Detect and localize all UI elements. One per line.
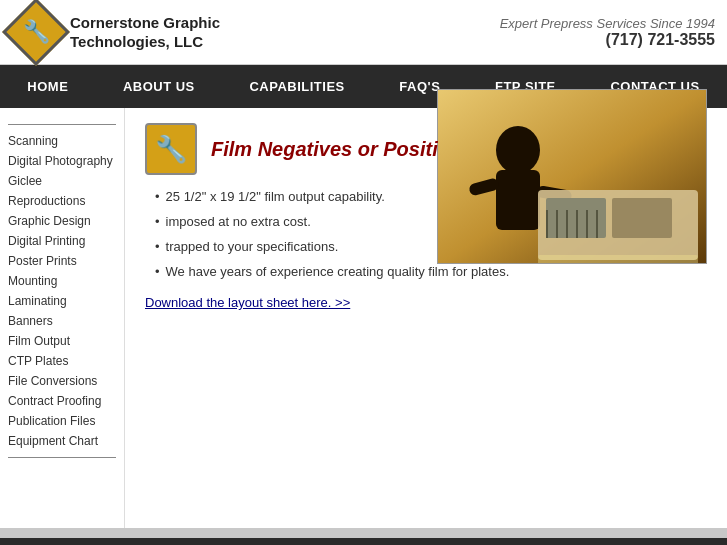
company-name-line2: Technologies, LLC [70, 32, 220, 52]
main-content: Scanning Digital Photography Giclee Repr… [0, 108, 727, 528]
bullet-4: We have years of experience creating qua… [155, 264, 707, 279]
page-footer [0, 538, 727, 545]
sidebar-item-equipment-chart[interactable]: Equipment Chart [8, 431, 116, 451]
sidebar-divider-bottom [8, 457, 116, 458]
svg-rect-11 [576, 210, 578, 238]
nav-about[interactable]: ABOUT US [103, 65, 215, 108]
sidebar-item-graphic-design[interactable]: Graphic Design [8, 211, 116, 231]
sidebar-item-banners[interactable]: Banners [8, 311, 116, 331]
sidebar-item-file-conversions[interactable]: File Conversions [8, 371, 116, 391]
bullet-1-text: 25 1/2" x 19 1/2" film output capability… [166, 189, 385, 204]
bullet-3-text: trapped to your specifications. [166, 239, 339, 254]
sidebar-item-contract-proofing[interactable]: Contract Proofing [8, 391, 116, 411]
svg-rect-10 [566, 210, 568, 238]
sidebar-item-scanning[interactable]: Scanning [8, 131, 116, 151]
tagline-line1: Expert Prepress Services Since 1994 [500, 16, 715, 31]
logo-wrench-icon: 🔧 [23, 19, 50, 45]
nav-capabilities[interactable]: CAPABILITIES [229, 65, 364, 108]
sidebar-item-digital-photography[interactable]: Digital Photography [8, 151, 116, 171]
svg-rect-13 [596, 210, 598, 238]
film-negatives-photo [437, 89, 707, 264]
sidebar-item-digital-printing[interactable]: Digital Printing [8, 231, 116, 251]
sidebar-item-giclee[interactable]: Giclee [8, 171, 116, 191]
tagline: Expert Prepress Services Since 1994 (717… [500, 16, 715, 49]
sidebar-item-laminating[interactable]: Laminating [8, 291, 116, 311]
svg-rect-7 [612, 198, 672, 238]
svg-rect-9 [556, 210, 558, 238]
svg-point-1 [496, 126, 540, 174]
svg-rect-14 [538, 255, 698, 263]
sidebar-item-film-output[interactable]: Film Output [8, 331, 116, 351]
sidebar-item-poster-prints[interactable]: Poster Prints [8, 251, 116, 271]
company-name: Cornerstone Graphic Technologies, LLC [70, 13, 220, 52]
sidebar-item-mounting[interactable]: Mounting [8, 271, 116, 291]
bullet-3: trapped to your specifications. [155, 239, 417, 254]
photo-silhouette [438, 90, 706, 263]
sidebar-item-reproductions[interactable]: Reproductions [8, 191, 116, 211]
svg-rect-12 [586, 210, 588, 238]
logo-area: 🔧 Cornerstone Graphic Technologies, LLC [12, 8, 220, 56]
sidebar-item-ctp-plates[interactable]: CTP Plates [8, 351, 116, 371]
download-link[interactable]: Download the layout sheet here. >> [145, 295, 707, 310]
content-title: Film Negatives or Positives [211, 138, 471, 161]
sidebar: Scanning Digital Photography Giclee Repr… [0, 108, 125, 528]
company-name-line1: Cornerstone Graphic [70, 13, 220, 33]
page-content: 🔧 Film Negatives or Positives [125, 108, 727, 528]
svg-rect-8 [546, 210, 548, 238]
bullet-4-text: We have years of experience creating qua… [166, 264, 510, 279]
bullet-2-text: imposed at no extra cost. [166, 214, 311, 229]
page-header: 🔧 Cornerstone Graphic Technologies, LLC … [0, 0, 727, 65]
sidebar-divider-top [8, 124, 116, 125]
svg-rect-2 [496, 170, 540, 230]
nav-home[interactable]: HOME [7, 65, 88, 108]
tagline-phone: (717) 721-3555 [500, 31, 715, 49]
sidebar-item-publication-files[interactable]: Publication Files [8, 411, 116, 431]
content-wrench-icon: 🔧 [145, 123, 197, 175]
silhouette-svg [438, 90, 706, 263]
bullet-2: imposed at no extra cost. [155, 214, 417, 229]
bullet-1: 25 1/2" x 19 1/2" film output capability… [155, 189, 417, 204]
logo-icon: 🔧 [2, 0, 70, 66]
